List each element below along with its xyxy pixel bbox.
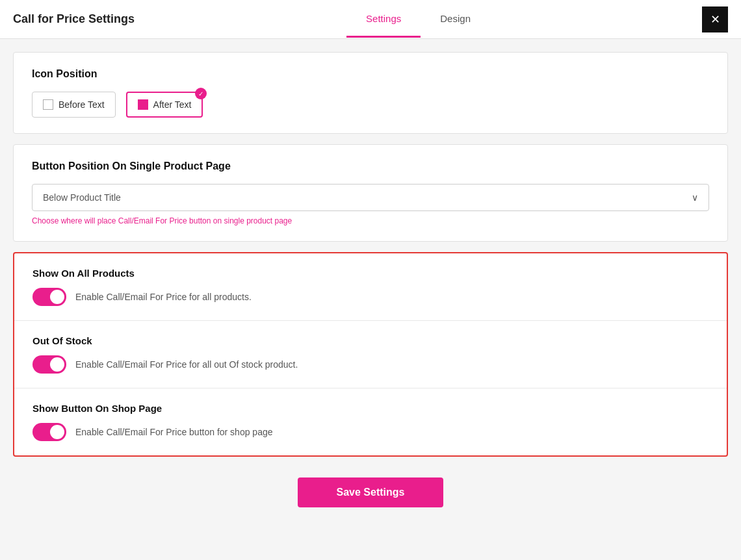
close-button[interactable]: ✕ — [702, 6, 728, 32]
after-text-label: After Text — [153, 99, 192, 110]
before-text-label: Before Text — [58, 99, 105, 110]
tab-bar: Settings Design — [346, 1, 490, 38]
page-title: Call for Price Settings — [13, 12, 135, 26]
show-all-products-label: Enable Call/Email For Price for all prod… — [75, 292, 252, 302]
before-text-radio — [43, 99, 53, 110]
button-position-card: Button Position On Single Product Page B… — [13, 144, 728, 242]
chevron-down-icon: ∨ — [692, 192, 698, 203]
shop-page-title: Show Button On Shop Page — [32, 403, 708, 414]
selected-check-icon: ✓ — [195, 88, 207, 99]
tab-settings[interactable]: Settings — [346, 1, 421, 38]
main-content: Icon Position Before Text After Text ✓ B… — [0, 39, 741, 533]
save-settings-button[interactable]: Save Settings — [298, 477, 444, 507]
show-all-products-toggle-row: Enable Call/Email For Price for all prod… — [32, 288, 708, 306]
show-all-products-toggle[interactable] — [32, 288, 66, 306]
shop-page-toggle-row: Enable Call/Email For Price button for s… — [32, 423, 708, 441]
show-all-products-section: Show On All Products Enable Call/Email F… — [14, 253, 727, 320]
out-of-stock-section: Out Of Stock Enable Call/Email For Price… — [14, 320, 727, 388]
after-text-option[interactable]: After Text ✓ — [126, 92, 203, 118]
features-card: Show On All Products Enable Call/Email F… — [13, 252, 728, 457]
toggle-slider — [32, 288, 66, 306]
tab-design[interactable]: Design — [421, 1, 490, 38]
icon-position-card: Icon Position Before Text After Text ✓ — [13, 52, 728, 134]
out-of-stock-title: Out Of Stock — [32, 335, 708, 346]
out-of-stock-toggle-row: Enable Call/Email For Price for all out … — [32, 355, 708, 374]
toggle-slider-3 — [32, 423, 66, 441]
save-bar: Save Settings — [13, 467, 728, 520]
out-of-stock-toggle[interactable] — [32, 355, 66, 374]
before-text-option[interactable]: Before Text — [32, 92, 116, 118]
icon-options-group: Before Text After Text ✓ — [32, 92, 709, 118]
after-text-radio — [138, 99, 148, 110]
button-position-title: Button Position On Single Product Page — [32, 160, 709, 172]
shop-page-label: Enable Call/Email For Price button for s… — [75, 427, 273, 437]
dropdown-hint: Choose where will place Call/Email For P… — [32, 216, 709, 225]
shop-page-toggle[interactable] — [32, 423, 66, 441]
header: Call for Price Settings Settings Design … — [0, 0, 741, 39]
show-all-products-title: Show On All Products — [32, 268, 708, 279]
position-dropdown[interactable]: Below Product Title ∨ — [32, 184, 709, 211]
out-of-stock-label: Enable Call/Email For Price for all out … — [75, 359, 298, 370]
dropdown-selected-value: Below Product Title — [43, 192, 121, 203]
toggle-slider-2 — [32, 355, 66, 374]
shop-page-section: Show Button On Shop Page Enable Call/Ema… — [14, 388, 727, 455]
icon-position-title: Icon Position — [32, 68, 709, 80]
